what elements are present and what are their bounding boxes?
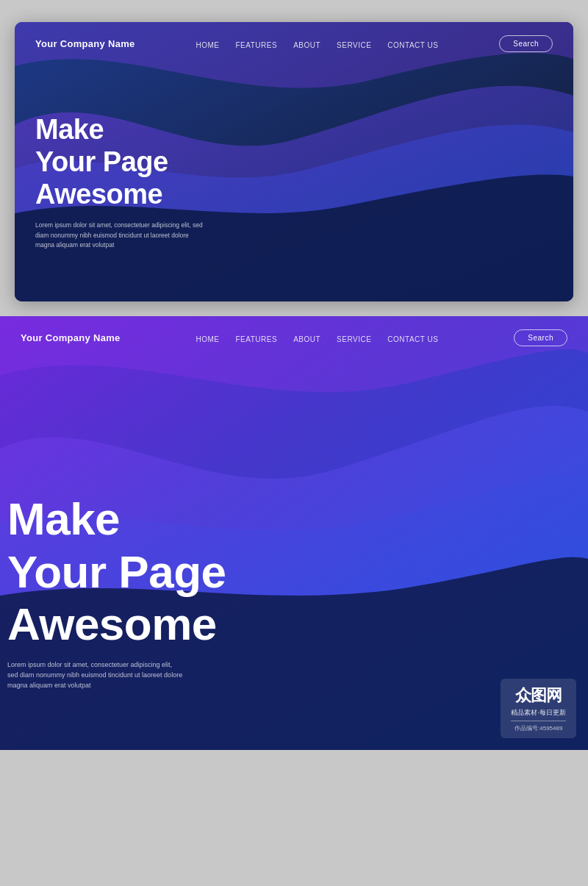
watermark-id: 作品编号:4595489 — [511, 724, 566, 732]
bottom-nav-item-service[interactable]: SERVICE — [337, 332, 371, 345]
bottom-hero-content: Make Your Page Awesome Lorem ipsum dolor… — [7, 493, 226, 691]
bottom-nav-link-service[interactable]: SERVICE — [337, 335, 371, 343]
nav-link-service[interactable]: SERVICE — [337, 41, 371, 49]
watermark-divider — [511, 721, 566, 721]
bottom-nav-item-home[interactable]: HOME — [196, 332, 220, 345]
bottom-nav-item-features[interactable]: FEATURES — [236, 332, 278, 345]
bottom-hero-title: Make Your Page Awesome — [7, 493, 226, 650]
nav-item-about[interactable]: ABOUT — [293, 37, 320, 51]
hero-description: Lorem ipsum dolor sit amet, consectetuer… — [35, 221, 204, 250]
nav-item-contact[interactable]: CONTACT US — [387, 37, 438, 51]
bottom-nav-link-contact[interactable]: CONTACT US — [387, 335, 438, 343]
bottom-nav-link-about[interactable]: ABOUT — [293, 335, 320, 343]
navbar: Your Company Name HOME FEATURES ABOUT SE… — [15, 22, 573, 65]
bottom-nav-item-contact[interactable]: CONTACT US — [387, 332, 438, 345]
bottom-nav-item-about[interactable]: ABOUT — [293, 332, 320, 345]
nav-link-contact[interactable]: CONTACT US — [387, 41, 438, 49]
nav-item-features[interactable]: FEATURES — [236, 37, 278, 51]
watermark-logo: 众图网 — [511, 685, 566, 707]
bottom-nav-link-features[interactable]: FEATURES — [236, 335, 278, 343]
bottom-brand-name: Your Company Name — [21, 332, 121, 343]
nav-item-service[interactable]: SERVICE — [337, 37, 371, 51]
hero-card: Your Company Name HOME FEATURES ABOUT SE… — [15, 22, 573, 301]
bottom-nav-links: HOME FEATURES ABOUT SERVICE CONTACT US — [196, 332, 439, 345]
card-wrapper: Your Company Name HOME FEATURES ABOUT SE… — [0, 0, 588, 316]
bottom-section: Your Company Name HOME FEATURES ABOUT SE… — [0, 316, 588, 750]
nav-item-home[interactable]: HOME — [196, 37, 220, 51]
bottom-hero-description: Lorem ipsum dolor sit amet, consectetuer… — [7, 660, 184, 691]
watermark: 众图网 精品素材·每日更新 作品编号:4595489 — [501, 679, 576, 738]
bottom-navbar: Your Company Name HOME FEATURES ABOUT SE… — [0, 316, 588, 360]
nav-link-about[interactable]: ABOUT — [293, 41, 320, 49]
hero-content: Make Your Page Awesome Lorem ipsum dolor… — [35, 114, 204, 250]
nav-link-features[interactable]: FEATURES — [236, 41, 278, 49]
nav-links: HOME FEATURES ABOUT SERVICE CONTACT US — [196, 37, 439, 51]
nav-link-home[interactable]: HOME — [196, 41, 220, 49]
watermark-tagline: 精品素材·每日更新 — [511, 708, 566, 718]
bottom-search-button[interactable]: Search — [514, 329, 567, 346]
search-button[interactable]: Search — [499, 35, 553, 52]
hero-title: Make Your Page Awesome — [35, 114, 204, 210]
brand-name: Your Company Name — [35, 38, 135, 49]
bottom-nav-link-home[interactable]: HOME — [196, 335, 220, 343]
